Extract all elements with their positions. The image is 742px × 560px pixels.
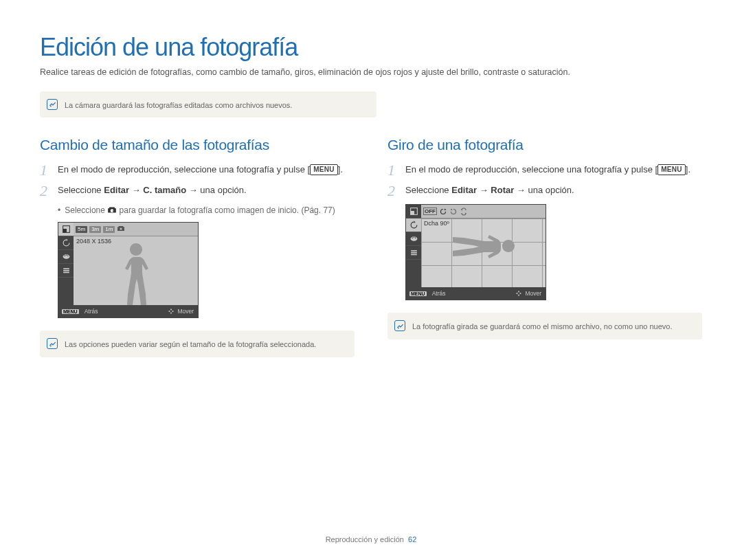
svg-rect-14	[410, 211, 414, 214]
note-text: Las opciones pueden variar según el tama…	[65, 337, 316, 350]
note-icon	[47, 338, 58, 349]
step-number: 2	[40, 183, 52, 199]
menu-button-icon: MENU	[310, 164, 338, 175]
start-image-icon	[107, 206, 117, 214]
ss-off-icon: OFF	[423, 208, 437, 215]
sub-bullet: • Seleccione para guardar la fotografía …	[58, 204, 355, 216]
person-thumb-icon	[117, 225, 125, 234]
svg-marker-28	[516, 293, 518, 295]
ss-move-label: Mover	[177, 308, 194, 315]
step-number: 2	[387, 183, 400, 199]
rotate-right-icon	[439, 208, 447, 216]
intro-paragraph: Realice tareas de edición de fotografías…	[40, 66, 702, 79]
svg-marker-12	[172, 311, 175, 313]
svg-point-3	[64, 256, 65, 257]
right-column: Giro de una fotografía 1 En el modo de r…	[387, 137, 702, 377]
step-1: 1 En el modo de reproducción, seleccione…	[40, 163, 355, 178]
svg-rect-6	[63, 269, 69, 270]
step-2: 2 Seleccione Editar → C. tamaño → una op…	[40, 183, 355, 199]
step-body: Seleccione Editar → C. tamaño → una opci…	[58, 183, 355, 197]
ss-sidebar	[58, 223, 74, 305]
ss-bottom-bar: MENU Atrás Mover	[58, 305, 198, 317]
step-body: Seleccione Editar → Rotar → una opción.	[405, 183, 702, 197]
step-1: 1 En el modo de reproducción, seleccione…	[387, 163, 702, 178]
ss-menu-label: MENU	[62, 309, 79, 314]
ss-sidebar	[406, 205, 421, 287]
svg-point-16	[412, 238, 413, 239]
person-silhouette-icon	[115, 243, 157, 305]
note-text: La fotografía girada se guardará como el…	[412, 320, 673, 333]
ss-back-label: Atrás	[85, 308, 98, 315]
ss-side-resize-icon	[406, 205, 421, 219]
ss-option-row: OFF	[421, 205, 546, 219]
camera-screenshot-rotate: OFF Dcha 90º MENU Atrás Mover	[405, 204, 546, 300]
svg-marker-26	[518, 291, 520, 293]
ss-side-adjust-icon	[58, 264, 74, 278]
rotate-left-icon	[449, 208, 458, 216]
svg-marker-11	[168, 311, 170, 313]
svg-marker-9	[170, 309, 172, 311]
svg-marker-27	[518, 295, 520, 297]
note-text: La cámara guardará las fotografías edita…	[65, 98, 292, 111]
svg-rect-21	[411, 254, 417, 256]
left-note: Las opciones pueden variar según el tama…	[40, 331, 355, 357]
svg-marker-10	[170, 313, 172, 315]
page-footer: Reproducción y edición 62	[0, 535, 742, 544]
svg-point-17	[413, 237, 414, 238]
svg-rect-20	[411, 252, 417, 254]
page-title: Edición de una fotografía	[40, 33, 702, 62]
svg-rect-7	[63, 270, 69, 271]
ss-side-resize-icon	[58, 223, 74, 236]
ss-side-style-icon	[406, 232, 421, 246]
right-note: La fotografía girada se guardará como el…	[387, 313, 702, 339]
rotate-180-icon	[460, 208, 468, 216]
ss-bottom-bar: MENU Atrás Mover	[406, 287, 546, 300]
ss-side-adjust-icon	[406, 246, 421, 260]
footer-section: Reproducción y edición	[326, 535, 404, 544]
note-icon	[47, 99, 58, 110]
svg-point-18	[414, 238, 416, 239]
ss-chip-3m: 3m	[89, 226, 101, 233]
left-column: Cambio de tamaño de las fotografías 1 En…	[40, 137, 355, 377]
top-note: La cámara guardará las fotografías edita…	[40, 91, 376, 118]
ss-option-row: 5m 3m 1m	[74, 223, 198, 236]
person-silhouette-rotated-icon	[446, 225, 521, 267]
dpad-icon	[168, 308, 175, 315]
svg-point-5	[67, 256, 68, 257]
dpad-icon	[515, 290, 522, 297]
step-body: En el modo de reproducción, seleccione u…	[58, 163, 355, 177]
svg-marker-29	[520, 293, 522, 295]
ss-resolution-label: 2048 X 1536	[76, 238, 111, 245]
section-title-resize: Cambio de tamaño de las fotografías	[40, 137, 355, 153]
svg-rect-19	[411, 251, 417, 252]
step-number: 1	[387, 163, 400, 178]
ss-chip-5m: 5m	[76, 226, 87, 233]
step-body: En el modo de reproducción, seleccione u…	[405, 163, 702, 177]
note-icon	[394, 320, 405, 331]
svg-point-4	[65, 255, 67, 256]
ss-move-label: Mover	[525, 290, 541, 297]
svg-marker-22	[445, 208, 447, 210]
ss-side-rotate-icon	[58, 236, 74, 250]
step-2: 2 Seleccione Editar → Rotar → una opción…	[387, 183, 702, 199]
ss-chip-1m: 1m	[103, 226, 115, 233]
svg-rect-1	[63, 229, 66, 232]
svg-rect-8	[63, 272, 69, 273]
ss-side-rotate-icon	[406, 219, 421, 232]
step-number: 1	[40, 163, 52, 178]
menu-button-icon: MENU	[657, 164, 686, 175]
ss-menu-label: MENU	[409, 291, 427, 296]
ss-side-style-icon	[58, 250, 74, 264]
footer-page-number: 62	[408, 535, 416, 544]
svg-marker-23	[451, 208, 453, 210]
camera-screenshot-resize: 5m 3m 1m 2048 X 1536 MENU Atrás Mo	[58, 222, 199, 318]
section-title-rotate: Giro de una fotografía	[387, 137, 702, 153]
ss-back-label: Atrás	[432, 290, 446, 297]
